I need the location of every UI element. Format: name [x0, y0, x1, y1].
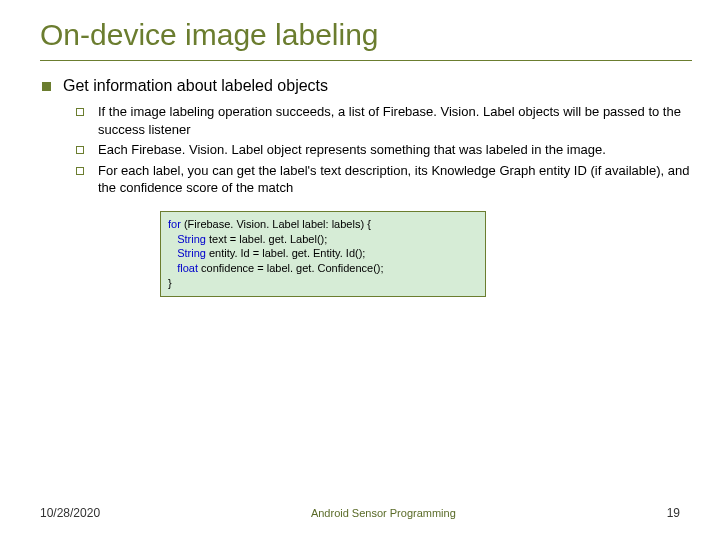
list-item: If the image labeling operation succeeds… [76, 103, 692, 138]
section-heading: Get information about labeled objects [63, 77, 328, 95]
page-number: 19 [667, 506, 680, 520]
bullet-square-icon [42, 82, 51, 91]
list-item-text: For each label, you can get the label's … [98, 162, 692, 197]
slide: On-device image labeling Get information… [0, 0, 720, 540]
list-item: For each label, you can get the label's … [76, 162, 692, 197]
footer: 10/28/2020 Android Sensor Programming 19 [0, 506, 720, 520]
code-line: } [168, 276, 478, 291]
code-block: for (Firebase. Vision. Label label: labe… [160, 211, 486, 297]
keyword: String [177, 233, 206, 245]
footer-date: 10/28/2020 [40, 506, 100, 520]
keyword: for [168, 218, 181, 230]
code-text: entity. Id = label. get. Entity. Id(); [206, 247, 365, 259]
code-text: text = label. get. Label(); [206, 233, 327, 245]
bullet-outline-icon [76, 167, 84, 175]
list-item-text: If the image labeling operation succeeds… [98, 103, 692, 138]
code-line: String entity. Id = label. get. Entity. … [168, 246, 478, 261]
keyword: float [177, 262, 198, 274]
code-line: String text = label. get. Label(); [168, 232, 478, 247]
bullet-outline-icon [76, 108, 84, 116]
keyword: String [177, 247, 206, 259]
code-line: float confidence = label. get. Confidenc… [168, 261, 478, 276]
footer-title: Android Sensor Programming [311, 507, 456, 519]
list-item: Each Firebase. Vision. Label object repr… [76, 141, 692, 159]
code-text: (Firebase. Vision. Label label: labels) … [181, 218, 371, 230]
slide-title: On-device image labeling [40, 18, 692, 61]
code-text: confidence = label. get. Confidence(); [198, 262, 384, 274]
code-line: for (Firebase. Vision. Label label: labe… [168, 217, 478, 232]
section-bullet: Get information about labeled objects [42, 77, 692, 95]
list-item-text: Each Firebase. Vision. Label object repr… [98, 141, 606, 159]
bullet-outline-icon [76, 146, 84, 154]
